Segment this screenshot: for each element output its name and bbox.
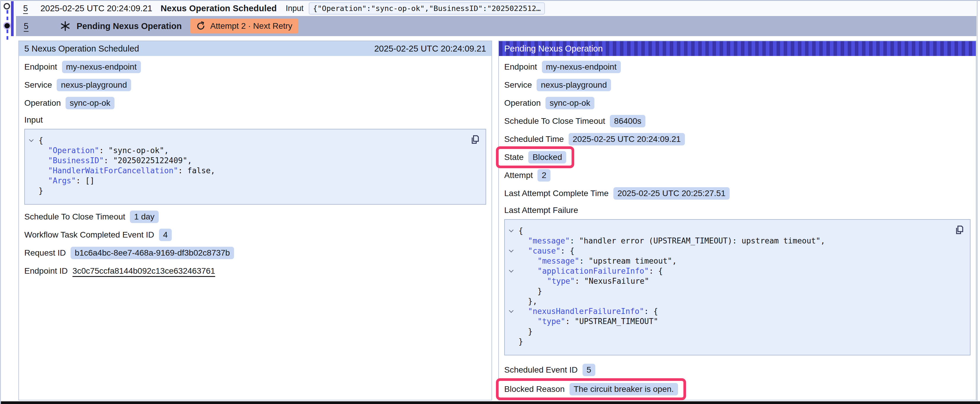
collapse-chevron-icon[interactable] — [509, 269, 513, 272]
json-text: : "20250225122409", — [104, 156, 192, 165]
left-panel-header: 5 Nexus Operation Scheduled 2025-02-25 U… — [19, 41, 492, 56]
json-key: "cause" — [528, 246, 561, 255]
json-text: : { — [649, 266, 663, 276]
json-text: } — [38, 186, 43, 195]
field-value-badge: 2025-02-25 UTC 20:25:27.51 — [613, 187, 730, 200]
field-service: Service nexus-playground — [24, 79, 486, 91]
field-service: Service nexus-playground — [504, 79, 970, 91]
field-label: State — [504, 152, 523, 162]
copy-icon[interactable] — [954, 225, 964, 235]
timeline-marker-open-circle — [3, 3, 10, 10]
json-key: "Operation" — [48, 146, 99, 155]
event-timestamp: 2025-02-25 UTC 20:24:09.21 — [40, 3, 152, 13]
left-panel-title: 5 Nexus Operation Scheduled — [24, 44, 139, 54]
input-section-label: Input — [24, 115, 486, 125]
active-event-group-indicator — [11, 1, 14, 36]
field-attempt: Attempt 2 — [504, 169, 970, 182]
json-text: } — [538, 287, 542, 296]
json-key: "message" — [538, 257, 579, 265]
collapse-chevron-icon[interactable] — [509, 309, 513, 312]
json-text: : "NexusFailure" — [575, 277, 649, 285]
field-value-badge: 5 — [582, 364, 596, 376]
left-panel-timestamp: 2025-02-25 UTC 20:24:09.21 — [374, 44, 486, 54]
field-endpoint: Endpoint my-nexus-endpoint — [24, 61, 486, 73]
field-value-badge: 2 — [538, 169, 550, 182]
collapse-chevron-icon[interactable] — [509, 249, 513, 252]
field-value-badge: 1 day — [130, 211, 159, 223]
collapse-chevron-icon[interactable] — [30, 138, 33, 142]
field-label: Workflow Task Completed Event ID — [24, 230, 154, 239]
json-line: } — [505, 336, 952, 347]
window-bottom-edge — [1, 401, 980, 404]
json-line: "type": "NexusFailure" — [505, 276, 952, 286]
json-line: } — [505, 286, 952, 296]
field-last-attempt-complete-time: Last Attempt Complete Time 2025-02-25 UT… — [504, 187, 970, 200]
json-line: "cause": { — [505, 246, 952, 256]
field-value-badge: nexus-playground — [57, 79, 131, 91]
field-request-id: Request ID b1c6a4bc-8ee7-468a-9169-df3b0… — [24, 247, 486, 259]
field-label: Scheduled Event ID — [504, 365, 578, 375]
json-line: } — [25, 186, 468, 196]
field-value-badge: my-nexus-endpoint — [542, 61, 621, 73]
field-label: Service — [504, 80, 532, 90]
field-endpoint: Endpoint my-nexus-endpoint — [504, 61, 970, 73]
workflow-event-history-view: 5 2025-02-25 UTC 20:24:09.21 Nexus Opera… — [0, 0, 980, 404]
field-label: Endpoint — [24, 62, 57, 72]
event-input-preview-badge: {"Operation":"sync-op-ok","BusinessID":"… — [309, 2, 545, 14]
failure-json-viewer: {"message": "handler error (UPSTREAM_TIM… — [504, 219, 970, 355]
field-scheduled-time: Scheduled Time 2025-02-25 UTC 20:24:09.2… — [504, 133, 970, 146]
field-label: Schedule To Close Timeout — [24, 212, 125, 222]
top-border — [0, 0, 980, 1]
json-key: "type" — [547, 277, 575, 285]
field-scheduled-event-id: Scheduled Event ID 5 — [504, 364, 970, 376]
pending-event-name: Pending Nexus Operation — [76, 21, 182, 31]
json-text: : "sync-op-ok", — [99, 146, 169, 155]
json-key: "Args" — [48, 176, 76, 185]
field-schedule-to-close-timeout: Schedule To Close Timeout 86400s — [504, 115, 970, 127]
json-key: "applicationFailureInfo" — [538, 266, 649, 276]
pending-nexus-operation-row[interactable]: 5 Pending Nexus Operation Attempt 2 · Ne… — [16, 16, 977, 36]
json-text: : false, — [178, 166, 215, 175]
json-line: "BusinessID": "20250225122409", — [25, 155, 468, 166]
event-input-label: Input — [286, 4, 304, 13]
field-label: Scheduled Time — [504, 135, 564, 144]
right-border — [977, 0, 978, 401]
field-workflow-task-completed-event-id: Workflow Task Completed Event ID 4 — [24, 229, 486, 241]
blocked-reason-highlight-annotation: Blocked Reason The circuit breaker is op… — [496, 378, 686, 400]
json-text: { — [519, 226, 523, 235]
collapse-chevron-icon[interactable] — [509, 228, 513, 232]
blocked-reason-value-badge: The circuit breaker is open. — [570, 383, 678, 395]
json-line: "nexusHandlerFailureInfo": { — [505, 306, 952, 316]
field-label: Operation — [504, 98, 541, 108]
field-label: Blocked Reason — [504, 385, 565, 394]
event-row-nexus-operation-scheduled[interactable]: 5 2025-02-25 UTC 20:24:09.21 Nexus Opera… — [14, 1, 977, 16]
field-operation: Operation sync-op-ok — [24, 97, 486, 109]
json-text: : "upstream timeout", — [579, 257, 677, 265]
json-line: }, — [505, 296, 952, 306]
field-endpoint-id: Endpoint ID 3c0c75ccfa8144b092c13ce63246… — [24, 265, 486, 277]
json-key: "message" — [528, 236, 570, 245]
json-text: } — [519, 337, 523, 346]
json-line: } — [505, 326, 952, 336]
copy-icon[interactable] — [469, 134, 480, 145]
json-text: } — [528, 327, 533, 336]
field-value-badge: sync-op-ok — [546, 97, 594, 109]
event-id-link[interactable]: 5 — [23, 3, 28, 13]
json-line: "Args": [] — [25, 176, 468, 186]
field-state: State Blocked — [504, 151, 970, 163]
pending-event-id-link[interactable]: 5 — [24, 21, 29, 31]
field-value-badge: 86400s — [610, 115, 646, 127]
json-key: "HandlerWaitForCancellation" — [48, 166, 178, 175]
left-panel-content: Endpoint my-nexus-endpoint Service nexus… — [19, 56, 492, 277]
json-text: { — [38, 136, 43, 145]
endpoint-id-link[interactable]: 3c0c75ccfa8144b092c13ce632463761 — [72, 266, 215, 276]
field-value-badge: nexus-playground — [536, 79, 611, 91]
right-panel-content: Endpoint my-nexus-endpoint Service nexus… — [499, 56, 976, 395]
json-key: "BusinessID" — [48, 156, 104, 165]
field-label: Endpoint — [504, 62, 537, 72]
field-label: Endpoint ID — [24, 266, 68, 276]
json-text: : [] — [76, 176, 95, 185]
retry-icon — [196, 21, 205, 31]
field-label: Schedule To Close Timeout — [504, 116, 605, 126]
field-value-badge: sync-op-ok — [65, 97, 115, 109]
